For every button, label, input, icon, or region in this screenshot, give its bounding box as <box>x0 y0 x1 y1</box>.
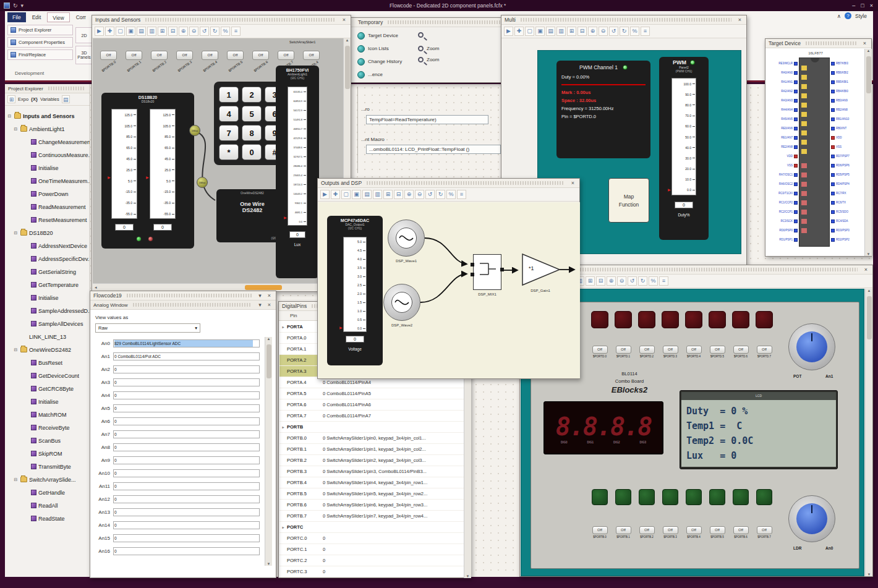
temporary-menu-item[interactable]: Target Device <box>357 29 402 42</box>
chip-pin[interactable]: RA3/AN3 <box>767 96 798 105</box>
onewire-knob-icon[interactable]: 1Wire <box>197 177 208 188</box>
ribbon-tab[interactable]: Com <box>71 12 86 22</box>
panel-2d-button[interactable]: 2D <box>75 27 93 43</box>
horizontal-scrollbar[interactable]: ◂ ▸ <box>93 283 351 291</box>
dsp-wave2-block[interactable] <box>383 284 420 321</box>
outputs-2d-panel[interactable]: MCP47x6DAC DAC_Output1 (I2C CH1) 5.04.54… <box>318 202 580 378</box>
tree-item[interactable]: GetSerialString <box>5 265 90 278</box>
keypad-key[interactable]: 4 <box>219 106 239 122</box>
digital-pin-row[interactable]: PORTB.0 0 SwitchArraySlider1/pin0, keypa… <box>279 433 464 444</box>
chip-pin[interactable]: RB6/KBI2 <box>831 68 863 77</box>
tree-item[interactable]: ReceiveByte <box>5 421 90 434</box>
dropdown-icon[interactable]: ▾ <box>257 292 263 299</box>
seven-segment-display[interactable]: 8.8.8.8 DIG0DIG1DIG2DIG3 <box>543 401 663 454</box>
port-toggle-button[interactable]: Off <box>663 526 678 534</box>
channel-value-field[interactable]: 0 <box>113 404 260 412</box>
panel-3d-button[interactable]: 3D Panels <box>75 46 93 64</box>
tree-item[interactable]: GetCRC8Byte <box>5 382 90 395</box>
close-icon[interactable]: × <box>569 180 576 186</box>
port-toggle-button[interactable]: Off <box>757 526 772 534</box>
tree-item[interactable]: SampleAddressedD... <box>5 304 90 317</box>
chip-pin[interactable]: RD0/PSP0 <box>767 226 798 235</box>
push-button[interactable] <box>639 489 655 505</box>
expand-icon[interactable] <box>13 477 19 482</box>
chip-pin[interactable]: RD3/PSP3 <box>831 226 863 235</box>
menu-icon[interactable]: ≡ <box>659 276 668 286</box>
chip-pin[interactable]: RB0/INT <box>831 124 863 133</box>
tree-item[interactable]: LINK_LINE_13 <box>5 330 90 343</box>
grid-icon[interactable]: ⊞ <box>567 27 576 36</box>
chip-pin[interactable]: VSS <box>767 161 798 170</box>
chip-pin[interactable]: RB3/AN9 <box>831 96 863 105</box>
keypad-key[interactable]: 0 <box>242 144 262 160</box>
expand-icon[interactable] <box>279 425 287 429</box>
undo-icon[interactable]: ↺ <box>609 27 618 36</box>
magnifier-icon[interactable] <box>418 32 424 38</box>
expand-icon[interactable] <box>279 525 287 529</box>
digital-pin-row[interactable]: PORTB.5 0 SwitchArraySlider1/pin5, keypa… <box>279 488 464 500</box>
channel-value-field[interactable]: 0 <box>113 469 260 477</box>
scale-marker-icon[interactable]: ▶ <box>108 176 111 179</box>
tree-item[interactable]: AddressSpecificDev... <box>5 252 90 265</box>
pwm-meter-block[interactable]: PWM Panel2 (PWM CH1) 100.090.080.070.060… <box>659 57 709 240</box>
tree-item[interactable]: Initialise <box>5 161 90 174</box>
dsp-wave1-block[interactable] <box>388 219 425 257</box>
cursor-icon[interactable]: ▶ <box>320 190 330 199</box>
zoom-in-icon[interactable]: ⊕ <box>179 27 188 36</box>
channel-value-field[interactable]: 0 <box>113 495 260 503</box>
channel-value-field[interactable]: 0 <box>113 521 260 529</box>
tree-item[interactable]: ReadMeasurement <box>5 200 90 213</box>
chip-pin[interactable]: RA4/AN4 <box>767 105 798 114</box>
scale-marker-icon[interactable]: ▶ <box>339 326 343 330</box>
tree-item[interactable]: ReadState <box>5 512 90 525</box>
push-button[interactable] <box>709 489 725 505</box>
keyboard-icon[interactable]: ▤ <box>62 95 70 103</box>
tree-item[interactable]: OneTimeMeasurem... <box>5 174 90 187</box>
channel-value-field[interactable]: 0 <box>113 365 260 373</box>
cursor-icon[interactable]: ▶ <box>95 27 104 36</box>
close-icon[interactable]: × <box>736 17 743 23</box>
port-toggle-button[interactable]: Off <box>639 526 655 534</box>
find-replace-button[interactable]: Find/Replace <box>7 49 73 60</box>
chip-pin[interactable]: RD7/PSP7 <box>831 151 863 161</box>
expand-icon[interactable] <box>13 347 19 352</box>
channel-value-field[interactable]: 0 <box>113 534 260 542</box>
help-icon[interactable]: ? <box>845 12 851 19</box>
cursor-icon[interactable]: ▶ <box>504 27 513 36</box>
distribute-icon[interactable]: ▥ <box>147 27 156 36</box>
onewire-knob-icon[interactable]: 1Wire <box>189 125 200 136</box>
channel-value-field[interactable]: 829 ComboBL0114/LightSensor ADC <box>113 339 260 347</box>
tree-item[interactable]: Initialise <box>5 291 90 304</box>
tree-item[interactable]: ReadAll <box>5 499 90 512</box>
channel-value-field[interactable]: 0 ComboBL0114/Pot ADC <box>113 352 260 360</box>
push-button[interactable] <box>615 489 631 505</box>
chip-pin[interactable]: RD5/PSP5 <box>831 170 863 179</box>
port-toggle-button[interactable]: Off <box>710 346 725 354</box>
tree-item[interactable]: OneWireDS2482 <box>5 343 90 356</box>
pwm-meter-scale[interactable]: 100.090.080.070.060.050.040.030.020.010.… <box>671 78 696 195</box>
pwm-channel-block[interactable]: PWM Channel 1 Duty = 0.00% Mark : 0.00us… <box>556 61 650 158</box>
zoom-in-icon[interactable]: ⊕ <box>607 276 616 286</box>
snap-icon[interactable]: ⊟ <box>596 276 605 286</box>
scale-marker-icon[interactable]: ▶ <box>146 176 149 179</box>
port-toggle-button[interactable]: Off <box>710 526 725 534</box>
digital-pin-row[interactable]: PORTB.2 0 SwitchArraySlider1/pin2, keypa… <box>279 455 464 466</box>
pot-knob-dial[interactable] <box>796 331 827 362</box>
chip-pin[interactable]: RA5/AN5 <box>767 114 798 124</box>
add-icon[interactable]: ✚ <box>331 190 340 199</box>
align-icon[interactable]: ▤ <box>546 27 555 36</box>
vertical-scrollbar[interactable]: ▲▼ <box>265 337 272 566</box>
chip-pin[interactable]: RB7/KBI3 <box>831 59 863 68</box>
menu-icon[interactable]: ≡ <box>641 27 650 36</box>
port-toggle-button[interactable]: Off <box>151 51 168 60</box>
tree-item[interactable]: ChangeMeasuremen... <box>5 135 90 148</box>
grid-icon[interactable]: ⊞ <box>383 190 393 199</box>
port-toggle-button[interactable]: Off <box>278 51 294 60</box>
push-button[interactable] <box>756 489 772 505</box>
digital-pin-row[interactable]: PORTA.6 0 ComboBL0114/PinA6 <box>279 399 464 411</box>
port-toggle-button[interactable]: Off <box>592 526 608 534</box>
digital-pin-row[interactable]: PORTB.3 0 SwitchArraySlider1/pin3, Combo… <box>279 466 464 477</box>
chip-pin[interactable]: VDD <box>767 151 798 161</box>
align-icon[interactable]: ▤ <box>137 27 146 36</box>
ribbon-tab[interactable]: File <box>7 12 26 22</box>
